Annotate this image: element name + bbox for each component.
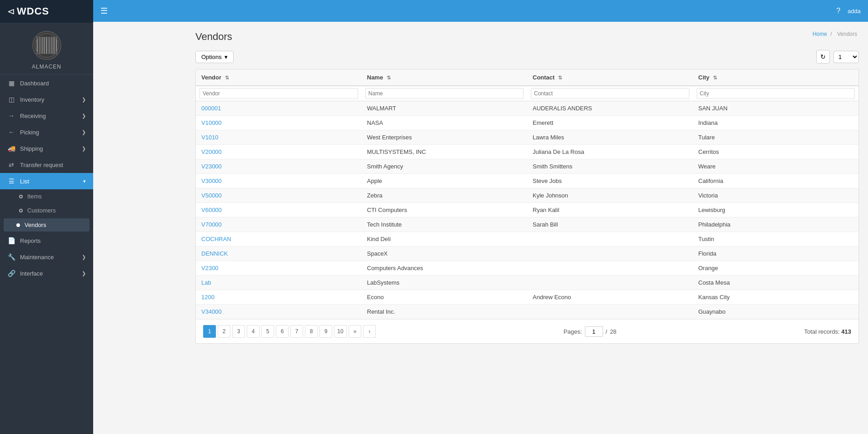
col-contact[interactable]: Contact ⇅	[527, 69, 693, 86]
col-city[interactable]: City ⇅	[693, 69, 859, 86]
vendor-link[interactable]: 000001	[201, 105, 221, 112]
breadcrumb-home[interactable]: Home	[813, 31, 827, 37]
page-btn-fast-forward[interactable]: »	[349, 325, 361, 338]
cell-city: Kansas City	[693, 290, 859, 305]
filter-contact-input[interactable]	[531, 88, 689, 99]
cell-city: Guaynabo	[693, 305, 859, 319]
page-btn-3[interactable]: 3	[232, 325, 245, 338]
svg-rect-3	[41, 37, 42, 54]
refresh-button[interactable]: ↻	[816, 50, 830, 64]
options-button[interactable]: Options ▾	[195, 51, 234, 63]
cell-vendor: V20000	[196, 145, 362, 159]
sidebar-item-transfer[interactable]: ⇄ Transfer request	[0, 157, 93, 173]
sidebar-item-customers[interactable]: Customers	[0, 203, 93, 217]
sidebar-item-list[interactable]: ☰ List ▾	[0, 173, 93, 189]
vendor-link[interactable]: Lab	[201, 279, 211, 286]
vendor-link[interactable]: V2300	[201, 265, 219, 271]
filter-vendor-cell	[196, 86, 362, 101]
maintenance-chevron: ❯	[82, 254, 86, 260]
vendor-link[interactable]: V1010	[201, 134, 219, 141]
transfer-icon: ⇄	[7, 161, 15, 168]
vendor-link[interactable]: COCHRAN	[201, 236, 231, 242]
filter-name-input[interactable]	[365, 88, 524, 99]
cell-name: Computers Advances	[362, 261, 528, 276]
page-btn-7[interactable]: 7	[290, 325, 303, 338]
shipping-chevron: ❯	[82, 146, 86, 152]
vendor-link[interactable]: V60000	[201, 207, 222, 213]
vendor-link[interactable]: V30000	[201, 178, 222, 184]
sidebar-item-interface[interactable]: 🔗 Interface ❯	[0, 265, 93, 281]
sidebar-item-picking[interactable]: ← Picking ❯	[0, 124, 93, 140]
sidebar-item-shipping[interactable]: 🚚 Shipping ❯	[0, 140, 93, 157]
sidebar-item-inventory[interactable]: ◫ Inventory ❯	[0, 91, 93, 108]
sidebar-item-maintenance[interactable]: 🔧 Maintenance ❯	[0, 249, 93, 265]
svg-rect-5	[46, 37, 47, 54]
vendor-link[interactable]: V10000	[201, 119, 222, 126]
table-row: V70000Tech InstituteSarah BillPhiladelph…	[196, 217, 858, 232]
vendor-link[interactable]: V34000	[201, 308, 222, 315]
svg-rect-4	[43, 37, 45, 54]
vendor-link[interactable]: V70000	[201, 221, 222, 228]
interface-icon: 🔗	[7, 270, 15, 277]
cell-city: Philadelphia	[693, 217, 859, 232]
help-icon[interactable]: ?	[836, 7, 840, 15]
cell-contact	[527, 305, 693, 319]
table-row: V20000MULTISYSTEMS, INCJuliana De La Ros…	[196, 145, 858, 159]
cell-contact: Ryan Kalil	[527, 203, 693, 217]
contact-sort-icon: ⇅	[558, 75, 562, 80]
page-btn-next[interactable]: ›	[363, 325, 376, 338]
table-row: V30000AppleSteve JobsCalifornia	[196, 174, 858, 188]
dashboard-icon: ▦	[7, 79, 15, 87]
refresh-icon: ↻	[820, 53, 826, 60]
cell-vendor: V60000	[196, 203, 362, 217]
per-page-select[interactable]: 1 25 50 100	[833, 51, 859, 63]
cell-name: Apple	[362, 174, 528, 188]
total-records-label: Total records:	[804, 328, 840, 335]
cell-city: Cerritos	[693, 145, 859, 159]
page-btn-4[interactable]: 4	[247, 325, 259, 338]
cell-contact	[527, 276, 693, 290]
cell-contact: Emerett	[527, 116, 693, 130]
cell-name: Tech Institute	[362, 217, 528, 232]
vendor-link[interactable]: DENNICK	[201, 250, 228, 257]
user-area: ALMACEN	[0, 23, 93, 75]
filter-name-cell	[362, 86, 528, 101]
vendor-link[interactable]: V20000	[201, 148, 222, 155]
sidebar-item-items[interactable]: Items	[0, 189, 93, 203]
pages-separator: /	[606, 328, 608, 335]
cell-vendor: V34000	[196, 305, 362, 319]
vendor-link[interactable]: V23000	[201, 163, 222, 170]
cell-vendor: V10000	[196, 116, 362, 130]
table-filter-row	[196, 86, 858, 101]
page-btn-5[interactable]: 5	[261, 325, 274, 338]
page-btn-1[interactable]: 1	[203, 325, 216, 338]
filter-city-input[interactable]	[697, 88, 855, 99]
page-btn-8[interactable]: 8	[305, 325, 318, 338]
page-btn-10[interactable]: 10	[334, 325, 347, 338]
sidebar-label-picking: Picking	[20, 129, 39, 136]
table-row: V23000Smith AgencySmith SmittensWeare	[196, 159, 858, 174]
page-btn-6[interactable]: 6	[276, 325, 289, 338]
items-dot	[19, 195, 23, 198]
topbar-user: adda	[848, 8, 861, 15]
sidebar-item-dashboard[interactable]: ▦ Dashboard	[0, 75, 93, 91]
sidebar-item-reports[interactable]: 📄 Reports	[0, 232, 93, 249]
page-btn-2[interactable]: 2	[218, 325, 230, 338]
sidebar-item-receiving[interactable]: → Receiving ❯	[0, 108, 93, 124]
vendor-link[interactable]: V50000	[201, 192, 222, 199]
sidebar-label-vendors: Vendors	[25, 222, 46, 228]
col-vendor[interactable]: Vendor ⇅	[196, 69, 362, 86]
cell-vendor: V30000	[196, 174, 362, 188]
cell-name: Kind Deli	[362, 232, 528, 247]
col-name[interactable]: Name ⇅	[362, 69, 528, 86]
vendor-link[interactable]: 1200	[201, 294, 215, 301]
pages-current-input[interactable]	[585, 326, 603, 337]
page-btn-9[interactable]: 9	[319, 325, 332, 338]
filter-vendor-input[interactable]	[200, 88, 358, 99]
options-label: Options	[201, 54, 222, 60]
cell-contact	[527, 247, 693, 261]
sidebar-item-vendors[interactable]: Vendors	[4, 218, 90, 232]
table-row: V50000ZebraKyle JohnsonVictoria	[196, 188, 858, 203]
hamburger-menu[interactable]: ☰	[100, 6, 108, 16]
cell-city: Orange	[693, 261, 859, 276]
